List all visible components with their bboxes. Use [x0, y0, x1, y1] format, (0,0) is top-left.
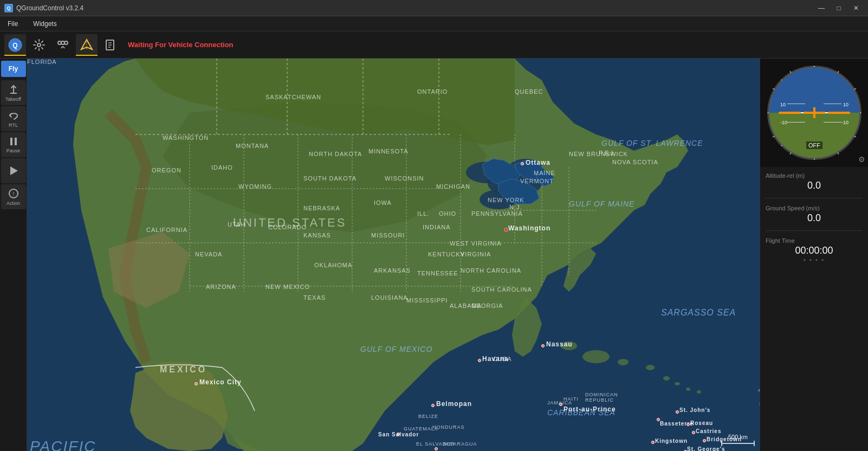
- svg-marker-14: [10, 166, 18, 175]
- fly-button[interactable]: Fly: [1, 61, 26, 77]
- dot-st-johns: [676, 410, 679, 414]
- flight-time-value: 00:00:00: [766, 245, 863, 256]
- qgc-logo-icon: Q: [8, 37, 23, 53]
- divider-2: [766, 230, 863, 231]
- rtl-icon: [8, 109, 20, 121]
- connection-status: Waiting For Vehicle Connection: [128, 41, 234, 49]
- dot-mexico-city: [195, 382, 198, 385]
- toolbar-plan-button[interactable]: [76, 34, 98, 56]
- toolbar-vehicle-button[interactable]: [52, 34, 74, 56]
- action-button[interactable]: ! Action: [1, 184, 26, 209]
- off-label: OFF: [806, 141, 822, 149]
- attitude-container: 10 10 -10 -10 OFF ⚙: [760, 59, 868, 167]
- svg-rect-12: [10, 138, 12, 145]
- svg-point-27: [663, 376, 670, 381]
- divider-1: [766, 198, 863, 198]
- flight-time-item: Flight Time 00:00:00 ● ● ● ●: [766, 237, 863, 262]
- map-container[interactable]: WASHINGTON OREGON CALIFORNIA IDAHO MONTA…: [27, 59, 760, 451]
- app-icon: Q: [4, 4, 13, 12]
- dot-port-au-prince: [559, 403, 562, 406]
- svg-point-29: [686, 388, 690, 391]
- flight-time-label: Flight Time: [766, 237, 863, 244]
- vehicle-icon: [56, 38, 69, 51]
- close-button[interactable]: ✕: [848, 3, 864, 14]
- toolbar-qgc-button[interactable]: Q: [4, 34, 26, 56]
- action-icon: !: [8, 188, 20, 199]
- flight-time-dots: ● ● ● ●: [766, 257, 863, 262]
- titlebar-left: Q QGroundControl v3.2.4: [4, 4, 83, 12]
- dot-washington: [504, 228, 508, 232]
- dot-managua: [435, 447, 438, 450]
- dot-belmopan: [431, 404, 435, 407]
- dot-basseterre: [657, 418, 660, 421]
- maximize-button[interactable]: □: [831, 3, 846, 14]
- svg-point-2: [37, 43, 41, 47]
- svg-point-25: [618, 359, 629, 365]
- svg-text:Q: Q: [12, 42, 17, 49]
- pause-icon: [8, 136, 19, 147]
- ground-speed-value: 0.0: [766, 212, 863, 224]
- altitude-value: 0.0: [766, 180, 863, 191]
- menu-file[interactable]: File: [4, 19, 21, 29]
- svg-text:!: !: [12, 191, 14, 197]
- attitude-indicator: 10 10 -10 -10 OFF: [768, 67, 860, 159]
- play-icon: [8, 165, 19, 176]
- files-icon: [104, 38, 117, 51]
- dot-havana: [478, 359, 481, 362]
- attitude-settings-button[interactable]: ⚙: [858, 155, 865, 164]
- right-panel: 10 10 -10 -10 OFF ⚙: [760, 59, 868, 451]
- titlebar-controls: — □ ✕: [814, 3, 864, 14]
- app-title: QGroundControl v3.2.4: [16, 4, 83, 12]
- telemetry-panel: Altitude-rel (m) 0.0 Ground Speed (m/s) …: [760, 167, 868, 451]
- dot-bridgetown: [703, 439, 706, 442]
- center-reticle: [804, 112, 825, 114]
- toolbar-settings-button[interactable]: [28, 34, 50, 56]
- toolbar: Q Waiting For Vehicle Connection: [0, 31, 868, 59]
- plan-icon: [80, 38, 93, 51]
- svg-point-26: [646, 365, 655, 370]
- titlebar: Q QGroundControl v3.2.4 — □ ✕: [0, 0, 868, 16]
- svg-point-28: [675, 382, 680, 385]
- dot-nassau: [541, 344, 545, 347]
- svg-point-30: [697, 390, 701, 394]
- svg-point-24: [582, 350, 610, 363]
- ground-speed-item: Ground Speed (m/s) 0.0: [766, 205, 863, 224]
- minimize-button[interactable]: —: [814, 3, 829, 14]
- ground-speed-label: Ground Speed (m/s): [766, 205, 863, 211]
- dot-kingstown: [651, 441, 655, 444]
- sidebar: Fly Takeoff RTL Pause: [0, 59, 27, 451]
- takeoff-button[interactable]: Takeoff: [1, 80, 26, 105]
- dot-castries: [692, 431, 695, 434]
- play-button[interactable]: [1, 158, 26, 183]
- svg-point-23: [561, 342, 577, 350]
- toolbar-files-button[interactable]: [100, 34, 121, 56]
- settings-icon: [33, 38, 46, 51]
- menubar: File Widgets: [0, 16, 868, 31]
- svg-rect-13: [15, 138, 17, 145]
- svg-point-5: [64, 41, 68, 44]
- dot-ottawa: [521, 162, 524, 165]
- main-area: Fly Takeoff RTL Pause: [0, 59, 868, 451]
- dot-san-salvador: [397, 433, 400, 436]
- scale-label: 500 km: [728, 434, 748, 440]
- pause-button[interactable]: Pause: [1, 132, 26, 157]
- takeoff-icon: [8, 83, 20, 95]
- dot-roseau: [686, 423, 690, 426]
- svg-point-4: [58, 41, 61, 44]
- menu-widgets[interactable]: Widgets: [30, 19, 60, 29]
- rtl-button[interactable]: RTL: [1, 106, 26, 131]
- altitude-item: Altitude-rel (m) 0.0: [766, 172, 863, 191]
- map-background: [27, 59, 760, 451]
- altitude-label: Altitude-rel (m): [766, 172, 863, 179]
